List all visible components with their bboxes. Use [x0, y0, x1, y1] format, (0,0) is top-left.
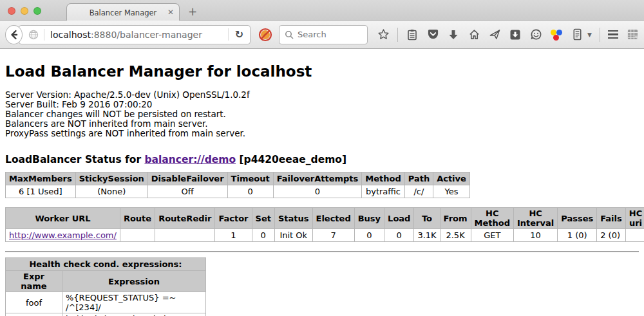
col-load: Load	[384, 208, 414, 229]
reload-icon[interactable]: ↻	[228, 28, 250, 41]
tab-close-icon[interactable]: ✕	[167, 8, 174, 17]
col-expr-name: Expr name	[6, 271, 62, 292]
table-row: foof2 hc('body') =~ /domain is establish…	[6, 313, 206, 316]
home-icon[interactable]	[468, 28, 480, 41]
send-plane-icon[interactable]	[488, 28, 501, 41]
balancer-settings-table: MaxMembers StickySession DisableFailover…	[5, 172, 470, 198]
toolbar-buttons: ▼	[377, 28, 639, 42]
pocket-icon[interactable]	[426, 28, 439, 41]
balancers-warning-line: Balancers are NOT inherited from main se…	[5, 119, 639, 129]
zoom-window-button[interactable]	[33, 7, 41, 15]
val-elected: 7	[312, 229, 354, 242]
health-table-title: Health check cond. expressions:	[6, 258, 206, 271]
url-text[interactable]: localhost:8880/balancer-manager	[50, 30, 228, 40]
url-path: :8880/balancer-manager	[91, 30, 202, 40]
col-factor: Factor	[215, 208, 252, 229]
val-failoverattempts: 0	[273, 185, 362, 198]
val-fails: 2 (0)	[597, 229, 626, 242]
col-disablefailover: DisableFailover	[147, 172, 227, 185]
col-failoverattempts: FailoverAttempts	[273, 172, 362, 185]
val-route	[120, 229, 155, 242]
proxypass-warning-line: ProxyPass settings are NOT inherited fro…	[5, 129, 639, 138]
val-from: 2.5K	[440, 229, 471, 242]
col-status: Status	[274, 208, 312, 229]
val-factor: 1	[215, 229, 252, 242]
col-from: From	[440, 208, 471, 229]
reader-list-icon[interactable]	[571, 28, 583, 41]
val-hc-interval: 10	[513, 229, 557, 242]
grid-icon[interactable]	[626, 28, 639, 41]
blue-ball-icon	[556, 30, 562, 35]
table-header-row: MaxMembers StickySession DisableFailover…	[6, 172, 470, 185]
col-route: Route	[120, 208, 155, 229]
menu-icon[interactable]	[608, 30, 618, 39]
page-content: Load Balancer Manager for localhost Serv…	[0, 49, 644, 316]
page-title: Load Balancer Manager for localhost	[5, 63, 639, 80]
url-bar[interactable]: localhost:8880/balancer-manager ↻	[19, 25, 251, 44]
url-domain: localhost	[50, 30, 91, 40]
table-row: 6 [1 Used] (None) Off 0 0 bytraffic /c/ …	[6, 185, 470, 198]
status-suffix: [p4420eeae_demo]	[236, 154, 346, 165]
table-header-row: Expr name Expression	[6, 271, 206, 292]
close-window-button[interactable]	[8, 7, 15, 15]
browser-toolbar: localhost:8880/balancer-manager ↻	[0, 21, 644, 49]
bookmark-star-icon[interactable]	[377, 28, 390, 41]
val-timeout: 0	[227, 185, 273, 198]
col-stickysession: StickySession	[75, 172, 147, 185]
col-active: Active	[433, 172, 470, 185]
val-expr-name: foof	[6, 292, 62, 313]
val-active: Yes	[433, 185, 470, 198]
col-set: Set	[252, 208, 274, 229]
val-path: /c/	[404, 185, 433, 198]
col-method: Method	[362, 172, 404, 185]
minimize-window-button[interactable]	[21, 7, 28, 15]
toolbar-divider	[397, 28, 398, 42]
table-header-row: Worker URL Route RouteRedir Factor Set S…	[6, 208, 644, 229]
caret-down-icon[interactable]: ▼	[587, 32, 592, 38]
browser-tab[interactable]: Balancer Manager ✕	[66, 3, 180, 21]
downloadhelper-icon[interactable]	[550, 28, 563, 41]
bookmarks-clipboard-icon[interactable]	[406, 28, 419, 41]
col-to: To	[414, 208, 440, 229]
browser-tab-bar: Balancer Manager ✕ +	[0, 0, 644, 21]
chat-smiley-icon[interactable]	[529, 28, 542, 41]
col-passes: Passes	[558, 208, 597, 229]
col-hc-interval: HC Interval	[513, 208, 557, 229]
table-row: foof %{REQUEST_STATUS} =~ /^[234]/	[6, 292, 206, 313]
col-worker-url: Worker URL	[6, 208, 120, 229]
val-load: 0	[384, 229, 414, 242]
balancer-demo-link[interactable]: balancer://demo	[144, 154, 236, 165]
health-check-table: Health check cond. expressions: Expr nam…	[5, 257, 206, 316]
val-routeredir	[155, 229, 215, 242]
search-bar[interactable]	[279, 25, 368, 44]
section-divider	[5, 251, 639, 252]
val-status: Init Ok	[274, 229, 312, 242]
red-ball-icon	[553, 35, 559, 41]
server-built-line: Server Built: Feb 9 2016 07:00:20	[5, 100, 639, 109]
globe-icon	[28, 30, 39, 40]
downloads-icon[interactable]	[447, 28, 460, 41]
col-fails: Fails	[597, 208, 626, 229]
save-square-icon[interactable]	[509, 28, 522, 41]
col-expression: Expression	[62, 271, 206, 292]
val-maxmembers: 6 [1 Used]	[6, 185, 76, 198]
col-path: Path	[404, 172, 433, 185]
new-tab-button[interactable]: +	[188, 5, 197, 18]
worker-status-table: Worker URL Route RouteRedir Factor Set S…	[5, 207, 644, 242]
val-disablefailover: Off	[147, 185, 227, 198]
back-button[interactable]	[5, 25, 23, 44]
val-busy: 0	[354, 229, 384, 242]
plugin-blocked-icon[interactable]	[258, 28, 272, 42]
worker-url-link[interactable]: http://www.example.com/	[9, 230, 117, 240]
persist-warning-line: Balancer changes will NOT be persisted o…	[5, 109, 639, 119]
table-row: http://www.example.com/ 1 0 Init Ok 7 0 …	[6, 229, 644, 242]
col-hc-uri: HC uri	[625, 208, 644, 229]
search-icon	[285, 30, 294, 39]
val-hc-method: GET	[471, 229, 513, 242]
val-expression: hc('body') =~ /domain is established/	[62, 313, 206, 316]
col-elected: Elected	[312, 208, 354, 229]
col-routeredir: RouteRedir	[155, 208, 215, 229]
search-input[interactable]	[298, 30, 362, 39]
val-stickysession: (None)	[75, 185, 147, 198]
window-controls	[8, 7, 41, 15]
